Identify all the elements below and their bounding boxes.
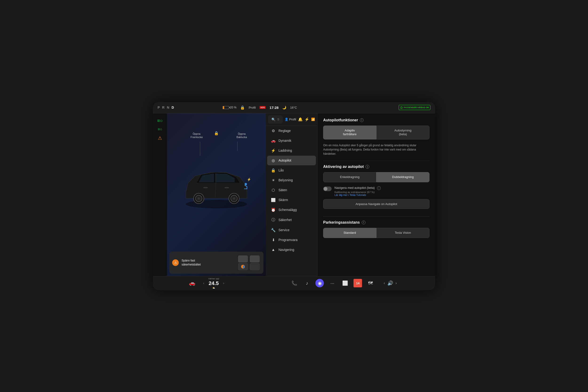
svg-text:⚡: ⚡ — [247, 178, 251, 182]
phone-icon[interactable]: 📞 — [290, 279, 298, 287]
service-icon: 🔧 — [271, 228, 276, 232]
programvara-icon: ⬇ — [271, 238, 276, 242]
tesla-app-icon[interactable]: ⬜ — [341, 279, 349, 287]
menu-item-dynamik[interactable]: 🚗 Dynamik — [267, 136, 316, 146]
car-image: ⚡ — [174, 132, 259, 238]
menu-item-las[interactable]: 🔒 Lås — [267, 166, 316, 175]
menu-item-saten-label: Säten — [278, 188, 287, 192]
activation-section-title: Aktivering av autopilot i — [323, 164, 430, 169]
parking-info-icon[interactable]: i — [362, 220, 366, 224]
menu-item-reglage-label: Reglage — [278, 129, 291, 133]
time-display: 17:28 — [270, 106, 278, 110]
profile-label-status[interactable]: Profil — [248, 106, 256, 109]
profile-menu-btn[interactable]: 👤 Profil — [284, 118, 296, 121]
autopilot-info-icon[interactable]: i — [360, 118, 364, 122]
signal-icon[interactable]: 📶 — [311, 118, 315, 121]
calendar-icon[interactable]: 14 — [354, 279, 362, 287]
menu-item-skarm[interactable]: ⬜ Skärm — [267, 195, 316, 205]
bluetooth-icon[interactable]: ⚡ — [304, 117, 309, 122]
sakerhet-icon: ⓘ — [271, 218, 276, 222]
prev-track-icon[interactable]: ‹ — [384, 281, 385, 285]
menu-item-schemalag[interactable]: ⏰ Schemalägg — [267, 205, 316, 215]
temperature-display: 16°C — [290, 106, 297, 109]
temp-decrease-btn[interactable]: ‹ — [202, 280, 205, 286]
menu-item-laddning-label: Laddning — [278, 148, 292, 152]
svg-rect-11 — [204, 187, 208, 188]
navigate-toggle-row: Navigera med autopilot (beta) i Kalibrer… — [323, 186, 430, 196]
tutorial-link[interactable]: Lär dig mer i Tesla Tutorials — [334, 194, 381, 196]
menu-item-autopilot[interactable]: ◎ Autopilot — [267, 156, 316, 165]
status-right: ⊙ PASSENGER AIRBAG ON — [399, 105, 430, 110]
menu-item-laddning[interactable]: ⚡ Laddning — [267, 146, 316, 156]
laddning-icon: ⚡ — [271, 148, 276, 153]
left-indicators: ≡○ ≡○ ⚠ — [153, 113, 167, 276]
taskbar-car-icon[interactable]: 🚗 — [189, 280, 195, 286]
saten-icon: ⬡ — [271, 188, 276, 192]
btn-enkeldragning[interactable]: Enkeldragning — [323, 172, 376, 182]
btn-standard[interactable]: Standard — [323, 228, 376, 238]
volume-icon[interactable]: 🔊 — [387, 280, 393, 286]
svg-point-9 — [244, 183, 247, 185]
svg-rect-13 — [238, 256, 248, 262]
lock-status-icon: 🔒 — [240, 105, 245, 110]
battery-level: 20 % — [230, 106, 236, 109]
menu-item-navigering[interactable]: ▲ Navigering — [267, 245, 316, 254]
divider-2 — [323, 216, 430, 216]
schemalag-icon: ⏰ — [271, 208, 276, 212]
autopilot-description: Om en miss Autopilot sker 5 gånger på gr… — [323, 143, 430, 156]
navigate-toggle[interactable] — [323, 186, 332, 191]
settings-panel: Autopilotfunktioner i Adaptivfarthållare… — [318, 113, 435, 276]
more-icon[interactable]: ··· — [328, 279, 336, 287]
activation-info-icon[interactable]: i — [366, 165, 369, 168]
navigate-info-icon[interactable]: i — [377, 186, 381, 190]
temp-increase-btn[interactable]: › — [222, 280, 225, 286]
search-bar[interactable]: 🔍 — [268, 115, 283, 124]
customize-navigate-button[interactable]: Anpassa Navigate on Autopilot — [323, 199, 430, 209]
sos-badge[interactable]: SOS — [260, 106, 266, 109]
next-track-icon[interactable]: › — [396, 281, 397, 285]
navigate-label: Navigera med autopilot (beta) i — [334, 186, 381, 190]
menu-item-service[interactable]: 🔧 Service — [267, 225, 316, 235]
dynamik-icon: 🚗 — [271, 138, 276, 143]
menu-item-schemalag-label: Schemalägg — [278, 208, 297, 212]
prnd-display: P R N D — [158, 106, 174, 109]
right-side: 🔍 👤 Profil 🔔 ⚡ 📶 ⚙ Reglage 🚗 — [266, 113, 435, 276]
navigate-toggle-labels: Navigera med autopilot (beta) i Kalibrer… — [334, 186, 381, 196]
btn-tesla-vision[interactable]: Tesla Vision — [376, 228, 430, 238]
maps-icon[interactable]: 🗺 — [366, 279, 375, 287]
menu-item-programvara-label: Programvara — [278, 238, 298, 242]
menu-item-belysning-label: Belysning — [278, 178, 293, 182]
temp-warming-label: Värmer upp — [207, 278, 221, 280]
menu-item-belysning[interactable]: ☀ Belysning — [267, 176, 316, 185]
menu-item-saten[interactable]: ⬡ Säten — [267, 185, 316, 195]
autopilot-icon: ◎ — [271, 158, 276, 163]
btn-autostyrning[interactable]: Autostyrning(beta) — [376, 126, 430, 140]
menu-item-skarm-label: Skärm — [278, 198, 288, 202]
menu-item-sakerhet[interactable]: ⓘ Säkerhet — [267, 215, 316, 225]
camera-icon[interactable]: ◉ — [316, 279, 324, 287]
temp-display-wrapper: Värmer upp 24.5 ⛅ — [207, 278, 221, 289]
belysning-icon: ☀ — [271, 178, 276, 182]
svg-rect-16 — [250, 263, 260, 270]
temp-unit: ⛅ — [207, 287, 221, 289]
bell-icon[interactable]: 🔔 — [298, 117, 303, 122]
menu-item-las-label: Lås — [278, 168, 284, 172]
music-icon[interactable]: ♪ — [303, 279, 311, 287]
menu-item-reglage[interactable]: ⚙ Reglage — [267, 126, 316, 136]
status-center: 20 % 🔒 Profil SOS 17:28 🌙 16°C — [222, 105, 297, 110]
menu-item-autopilot-label: Autopilot — [278, 158, 291, 162]
reglage-icon: ⚙ — [271, 129, 276, 133]
btn-adaptiv-farthallare[interactable]: Adaptivfarthållare — [323, 126, 376, 140]
svg-point-3 — [198, 197, 200, 200]
svg-rect-14 — [250, 256, 260, 262]
screen: P R N D 20 % 🔒 Profil SOS 17:28 🌙 16°C ⊙… — [153, 102, 435, 290]
search-input[interactable] — [277, 118, 280, 121]
main-area: ≡○ ≡○ ⚠ Öppna Framlucka Öppna Baklucka 🔒 — [153, 113, 435, 276]
moon-icon: 🌙 — [282, 106, 286, 109]
menu-item-programvara[interactable]: ⬇ Programvara — [267, 235, 316, 245]
volume-control: ‹ 🔊 › — [384, 280, 397, 286]
taskbar-left: 🚗 ‹ Värmer upp 24.5 ⛅ › — [158, 278, 256, 289]
divider-1 — [323, 160, 430, 161]
btn-dubbeldragning[interactable]: Dubbeldragning — [376, 172, 430, 182]
temperature-control: ‹ Värmer upp 24.5 ⛅ › — [202, 278, 225, 289]
